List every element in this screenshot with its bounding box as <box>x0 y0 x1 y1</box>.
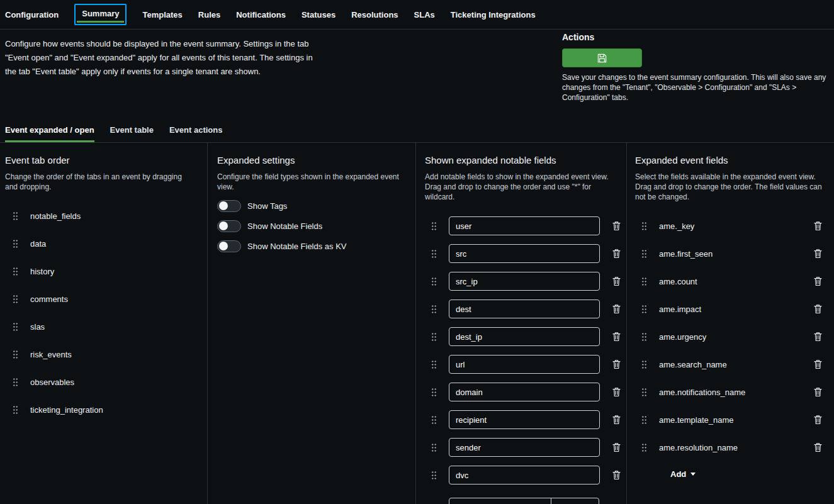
drag-handle-icon[interactable] <box>641 249 647 259</box>
trash-icon <box>814 249 822 259</box>
drag-handle-icon[interactable] <box>431 415 437 425</box>
toggle-label: Show Tags <box>247 201 287 211</box>
list-item[interactable]: data <box>5 230 207 257</box>
delete-button[interactable] <box>813 247 823 260</box>
drag-handle-icon[interactable] <box>431 221 437 231</box>
delete-button[interactable] <box>813 386 823 398</box>
notable-field-input[interactable] <box>449 383 600 401</box>
drag-handle-icon[interactable] <box>641 388 647 397</box>
delete-button[interactable] <box>611 275 622 288</box>
actions-panel: Actions Save your changes to the event s… <box>562 32 830 103</box>
notable-field-input[interactable] <box>449 327 600 346</box>
delete-button[interactable] <box>611 441 622 454</box>
delete-button[interactable] <box>611 469 622 481</box>
tab-rules[interactable]: Rules <box>198 10 220 20</box>
notable-field-input[interactable] <box>449 216 600 235</box>
tab-resolutions[interactable]: Resolutions <box>351 10 398 20</box>
delete-button[interactable] <box>611 247 622 260</box>
drag-handle-icon[interactable] <box>641 332 647 342</box>
list-item[interactable]: ticketing_integration <box>5 396 207 423</box>
list-item-label: data <box>30 239 46 249</box>
save-button[interactable] <box>562 48 642 67</box>
tab-templates[interactable]: Templates <box>142 10 182 20</box>
drag-handle-icon[interactable] <box>13 322 18 332</box>
drag-handle-icon[interactable] <box>641 305 647 314</box>
drag-handle-icon[interactable] <box>641 360 647 369</box>
main-columns: Event tab order Change the order of the … <box>0 143 834 504</box>
drag-handle-icon[interactable] <box>431 277 437 286</box>
notable-field-input[interactable] <box>449 355 600 374</box>
drag-handle-icon[interactable] <box>641 277 647 286</box>
subtab-event-expanded-open[interactable]: Event expanded / open <box>5 125 94 142</box>
add-field-input[interactable] <box>449 498 551 504</box>
subtab-event-table[interactable]: Event table <box>110 125 154 142</box>
tab-statuses[interactable]: Statuses <box>301 10 335 20</box>
drag-handle-icon[interactable] <box>641 415 647 425</box>
list-item[interactable]: observables <box>5 368 207 396</box>
drag-handle-icon[interactable] <box>431 332 437 342</box>
drag-handle-icon[interactable] <box>641 221 647 231</box>
add-field-button[interactable]: Add <box>551 498 599 504</box>
notable-field-input[interactable] <box>449 244 600 263</box>
drag-handle-icon[interactable] <box>13 211 18 221</box>
drag-handle-icon[interactable] <box>431 249 437 259</box>
delete-button[interactable] <box>611 386 622 398</box>
delete-button[interactable] <box>611 303 622 315</box>
drag-handle-icon[interactable] <box>431 471 437 480</box>
show-notable-fields-kv-toggle[interactable] <box>217 240 241 252</box>
toggle-label: Show Notable Fields as KV <box>247 242 347 251</box>
trash-icon <box>612 249 621 259</box>
list-item[interactable]: risk_events <box>5 340 207 368</box>
delete-button[interactable] <box>611 413 622 426</box>
show-notable-fields-toggle[interactable] <box>217 220 241 232</box>
delete-button[interactable] <box>611 220 622 232</box>
field-row <box>425 461 626 489</box>
tab-summary[interactable]: Summary <box>74 4 127 25</box>
drag-handle-icon[interactable] <box>13 350 18 359</box>
notable-field-input[interactable] <box>449 300 600 318</box>
notable-field-input[interactable] <box>449 410 600 429</box>
list-item[interactable]: comments <box>5 285 207 313</box>
field-row <box>425 434 626 461</box>
tab-notifications[interactable]: Notifications <box>236 10 286 20</box>
show-tags-toggle[interactable] <box>217 200 241 212</box>
tab-configuration[interactable]: Configuration <box>5 10 59 20</box>
list-item[interactable]: slas <box>5 313 207 340</box>
list-item-label: notable_fields <box>30 211 81 221</box>
drag-handle-icon[interactable] <box>431 443 437 452</box>
subtab-event-actions[interactable]: Event actions <box>169 125 223 142</box>
add-event-field-dropdown[interactable]: Add <box>667 469 699 479</box>
tab-slas[interactable]: SLAs <box>414 10 435 20</box>
drag-handle-icon[interactable] <box>431 305 437 314</box>
delete-button[interactable] <box>611 330 622 343</box>
delete-button[interactable] <box>813 330 823 343</box>
delete-button[interactable] <box>813 275 823 288</box>
drag-handle-icon[interactable] <box>13 294 18 304</box>
delete-button[interactable] <box>611 358 622 371</box>
trash-icon <box>814 415 822 425</box>
trash-icon <box>612 442 621 452</box>
notable-field-input[interactable] <box>449 438 600 457</box>
delete-button[interactable] <box>813 303 823 315</box>
drag-handle-icon[interactable] <box>431 388 437 397</box>
drag-handle-icon[interactable] <box>13 378 18 387</box>
drag-handle-icon[interactable] <box>13 239 18 249</box>
drag-handle-icon[interactable] <box>13 405 18 415</box>
notable-fields-panel: Shown expanded notable fields Add notabl… <box>416 143 627 504</box>
event-field-row: ame._key <box>635 212 834 240</box>
delete-button[interactable] <box>813 441 823 454</box>
event-field-row: ame.urgency <box>635 323 834 350</box>
delete-button[interactable] <box>813 358 823 371</box>
list-item[interactable]: history <box>5 257 207 285</box>
field-row <box>425 267 626 295</box>
delete-button[interactable] <box>813 220 823 232</box>
drag-handle-icon[interactable] <box>641 443 647 452</box>
drag-handle-icon[interactable] <box>13 267 18 276</box>
list-item[interactable]: notable_fields <box>5 202 207 230</box>
delete-button[interactable] <box>813 413 823 426</box>
drag-handle-icon[interactable] <box>431 360 437 369</box>
toggle-list: Show Tags Show Notable Fields Show Notab… <box>217 196 415 256</box>
tab-ticketing-integrations[interactable]: Ticketing Integrations <box>451 10 536 20</box>
notable-field-input[interactable] <box>449 272 600 291</box>
notable-field-input[interactable] <box>449 466 600 484</box>
